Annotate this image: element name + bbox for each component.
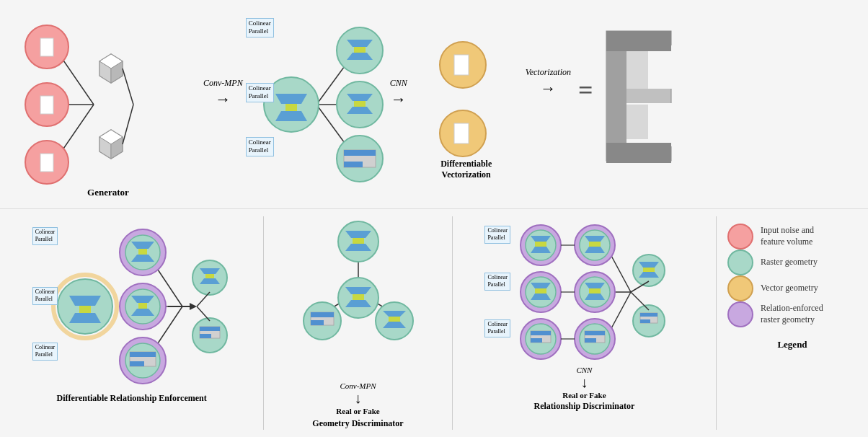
- conv-mpn-label: Conv-MPN: [203, 78, 243, 89]
- svg-rect-61: [138, 249, 147, 255]
- svg-rect-72: [130, 361, 144, 366]
- legend-item: Input noise andfeature volume: [727, 224, 857, 250]
- right-arrow-3: →: [540, 79, 556, 98]
- svg-rect-56: [79, 306, 91, 313]
- svg-line-18: [123, 105, 133, 144]
- cnn-label-2: CNN: [576, 366, 592, 374]
- svg-rect-120: [585, 331, 605, 335]
- svg-rect-71: [130, 352, 156, 357]
- svg-rect-98: [311, 312, 334, 317]
- svg-rect-32: [354, 101, 366, 107]
- real-fake-1: Real or Fake: [336, 407, 379, 415]
- generator-label: Generator: [87, 187, 129, 198]
- equals-sign: =: [578, 75, 593, 105]
- svg-rect-49: [626, 105, 648, 139]
- cp-label-3: ColinearParallel: [246, 137, 274, 156]
- cp-rd-3: ColinearParallel: [484, 319, 510, 337]
- down-arrow-1: ↓: [355, 390, 362, 407]
- down-arrow-2: ↓: [580, 374, 588, 391]
- svg-rect-81: [200, 327, 220, 331]
- legend-item-text: Raster geometry: [761, 257, 818, 268]
- generator-svg: [14, 11, 202, 198]
- svg-rect-48: [626, 51, 648, 89]
- geo-disc-panel: Conv-MPN ↓ Real or Fake Geometry Discrim…: [264, 216, 452, 430]
- svg-rect-82: [200, 334, 211, 338]
- svg-rect-36: [344, 150, 376, 156]
- rel-disc-label: Relationship Discriminator: [534, 401, 635, 412]
- svg-rect-94: [353, 294, 364, 300]
- legend-item-text: Vector geometry: [761, 283, 818, 294]
- bottom-section: ColinearParallel ColinearParallel Coline…: [0, 209, 868, 437]
- legend-item: Relation-enforcedraster geometry: [727, 301, 857, 327]
- legend-circle: [727, 224, 753, 250]
- cnn-label: CNN: [390, 78, 407, 89]
- svg-rect-142: [643, 268, 655, 272]
- svg-rect-39: [454, 55, 469, 75]
- geo-disc-svg: [293, 220, 423, 379]
- generator-area: Generator: [14, 11, 202, 198]
- legend-item-text: Relation-enforcedraster geometry: [761, 303, 823, 325]
- legend-panel: Input noise andfeature volume Raster geo…: [717, 216, 868, 430]
- svg-rect-77: [205, 274, 214, 278]
- legend-circle: [727, 275, 753, 301]
- legend-circle: [727, 301, 753, 327]
- svg-rect-125: [535, 242, 546, 247]
- colinear-groups-top: ColinearParallel ColinearParallel Coline…: [244, 11, 389, 191]
- right-arrow-2: →: [391, 90, 407, 109]
- cnn-arrow: CNN →: [390, 78, 407, 109]
- cp-label-2: ColinearParallel: [246, 83, 274, 102]
- cp-bl-1: ColinearParallel: [32, 227, 58, 245]
- cp-rd-2: ColinearParallel: [484, 273, 510, 291]
- svg-rect-115: [589, 288, 601, 293]
- svg-rect-102: [389, 317, 400, 322]
- cnn-down: CNN ↓ Real or Fake: [562, 366, 606, 400]
- real-fake-2: Real or Fake: [562, 391, 606, 400]
- geo-disc-diagram: [293, 220, 423, 379]
- building-svg: [599, 24, 678, 168]
- diff-re-diagram: ColinearParallel ColinearParallel Coline…: [31, 220, 233, 393]
- right-arrow-1: →: [215, 90, 231, 109]
- diff-vec-label: DifferentiableVectorization: [440, 159, 492, 180]
- main-container: Generator Conv-MPN →: [0, 0, 868, 437]
- svg-rect-46: [606, 31, 671, 51]
- svg-rect-130: [535, 288, 546, 293]
- vec-label: Vectorization: [526, 67, 571, 78]
- legend-circle: [727, 250, 753, 275]
- svg-rect-147: [640, 319, 650, 323]
- legend-item-text: Input noise andfeature volume: [761, 225, 814, 247]
- svg-line-17: [123, 69, 133, 105]
- rel-disc-diagram: ColinearParallel ColinearParallel Coline…: [483, 220, 685, 364]
- conv-mpn-down: Conv-MPN ↓ Real or Fake: [336, 381, 379, 415]
- svg-rect-136: [531, 338, 542, 343]
- diff-re-svg: [31, 220, 233, 393]
- svg-rect-146: [640, 313, 657, 317]
- building-shape: [599, 24, 678, 171]
- conv-mpn-arrow: Conv-MPN →: [203, 78, 243, 109]
- svg-marker-74: [190, 303, 197, 310]
- diff-re-panel: ColinearParallel ColinearParallel Coline…: [0, 216, 264, 430]
- geo-disc-label: Geometry Discriminator: [312, 418, 403, 429]
- conv-mpn-label-2: Conv-MPN: [340, 381, 376, 390]
- cp-label-1: ColinearParallel: [246, 18, 274, 37]
- legend-title: Legend: [727, 339, 857, 350]
- svg-rect-90: [353, 238, 364, 244]
- cp-bl-2: ColinearParallel: [32, 287, 58, 305]
- svg-rect-99: [311, 320, 324, 325]
- svg-rect-135: [531, 331, 551, 335]
- rel-disc-svg: [483, 220, 685, 364]
- legend-item: Raster geometry: [727, 250, 857, 275]
- svg-rect-28: [354, 47, 366, 53]
- vectorization-arrow: Vectorization →: [526, 67, 571, 98]
- svg-rect-47: [606, 143, 671, 163]
- svg-rect-110: [589, 242, 601, 247]
- legend-item: Vector geometry: [727, 275, 857, 301]
- rel-disc-panel: ColinearParallel ColinearParallel Coline…: [453, 216, 717, 430]
- svg-rect-4: [40, 38, 53, 56]
- svg-rect-66: [138, 303, 147, 309]
- cp-bl-3: ColinearParallel: [32, 343, 58, 361]
- svg-rect-121: [585, 338, 596, 343]
- vectorization-area: DifferentiableVectorization: [409, 7, 524, 195]
- svg-rect-6: [40, 96, 53, 114]
- legend-items: Input noise andfeature volume Raster geo…: [727, 224, 857, 327]
- top-section: Generator Conv-MPN →: [0, 0, 868, 209]
